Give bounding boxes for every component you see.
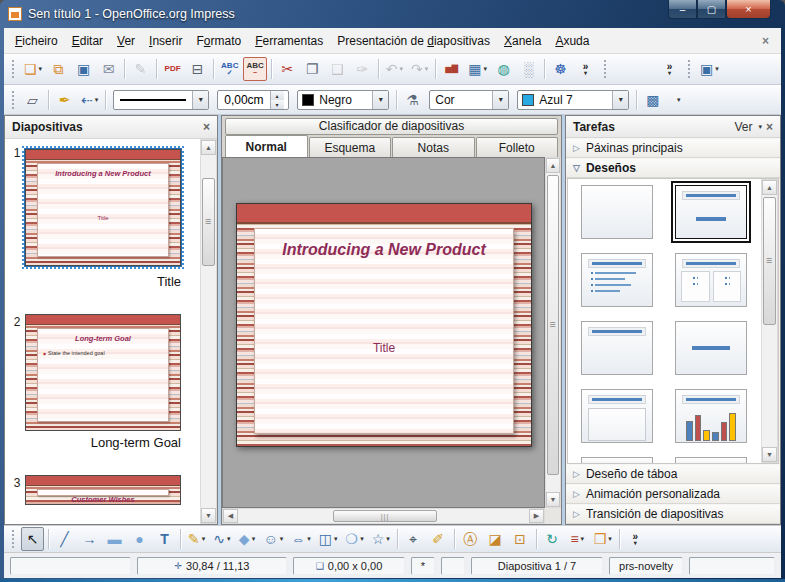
scroll-down-icon[interactable]: ▼ (546, 492, 560, 507)
layouts-scrollbar[interactable]: ▲ ☰ ▼ (761, 179, 778, 463)
section-deseno-de-taboa[interactable]: ▷ Deseño de táboa (566, 464, 780, 484)
scroll-down-icon[interactable]: ▼ (201, 508, 216, 523)
layout-title-content-box[interactable] (581, 389, 653, 443)
arrow-tool-button[interactable]: → (78, 527, 101, 551)
menu-formato[interactable]: Formato (189, 30, 248, 52)
menu-ficheiro[interactable]: Ficheiro (8, 30, 65, 52)
document-close-icon[interactable]: × (754, 34, 777, 48)
scroll-up-icon[interactable]: ▲ (546, 158, 560, 173)
email-button[interactable]: ✉ (97, 57, 120, 81)
open-button[interactable]: ⧉ (47, 57, 70, 81)
toolbar-grip[interactable] (10, 529, 16, 549)
menu-ferramentas[interactable]: Ferramentas (248, 30, 330, 52)
slide-thumbnail-2[interactable]: Long-term Goal◆State the intended goal (25, 314, 181, 431)
picture-from-file-button[interactable]: ◪ (484, 527, 507, 551)
stars-button[interactable]: ☆▾ (369, 527, 393, 551)
status-position[interactable]: ✛30,84 / 11,13 (137, 557, 287, 575)
rectangle-tool-button[interactable]: ▬ (103, 527, 126, 551)
line-style-select[interactable]: ▾ (113, 90, 209, 110)
menu-ver[interactable]: Ver (110, 30, 142, 52)
chevron-down-icon[interactable]: ▾ (492, 91, 508, 109)
toolbar-grip[interactable] (686, 59, 692, 79)
alignment-button[interactable]: ≡▾ (566, 527, 589, 551)
slide-sorter-button[interactable]: Clasificador de diapositivas (225, 118, 558, 135)
panel-splitter[interactable] (562, 115, 565, 525)
fill-color-select[interactable]: Azul 7 ▾ (517, 90, 629, 110)
slide-editing-area[interactable]: Introducing a New Product Title (236, 203, 532, 447)
menu-editar[interactable]: Editar (65, 30, 110, 52)
presentation-overflow-button[interactable]: »▾ (658, 57, 681, 81)
line-tool-button[interactable]: ╱ (53, 527, 76, 551)
layout-title-only[interactable] (581, 321, 653, 375)
status-info[interactable] (10, 557, 131, 575)
rotate-button[interactable]: ↻ (541, 527, 564, 551)
layout-cutoff-1[interactable] (581, 457, 653, 464)
layout-title-chart[interactable] (675, 389, 747, 443)
insert-table-button[interactable]: ▦▾ (465, 57, 490, 81)
chevron-down-icon[interactable]: ▾ (758, 123, 762, 131)
scrollbar-thumb[interactable]: ☰ (763, 197, 776, 325)
flowchart-button[interactable]: ◫▾ (316, 527, 341, 551)
edit-canvas[interactable]: Introducing a New Product Title (222, 157, 545, 508)
toolbar-grip[interactable] (10, 90, 16, 110)
status-template[interactable]: prs-novelty (609, 557, 683, 575)
presentation-view-button[interactable]: ▣▾ (697, 57, 722, 81)
glue-points-button[interactable]: ✐ (427, 527, 450, 551)
scrollbar-thumb[interactable]: ☰ (202, 178, 215, 266)
menu-inserir[interactable]: Inserir (142, 30, 189, 52)
insert-chart-button[interactable]: ▅▇ (440, 57, 463, 81)
fill-type-select[interactable]: Cor ▾ (429, 90, 509, 110)
section-paxinas-principais[interactable]: ▷ Páxinas principais (566, 138, 780, 158)
slide-placeholder-text[interactable]: Title (255, 341, 513, 355)
arrow-style-button[interactable]: ⇠ ▾ (78, 88, 101, 112)
layout-title-content[interactable] (675, 185, 747, 239)
scroll-up-icon[interactable]: ▲ (762, 180, 777, 195)
toolbar-grip[interactable] (10, 59, 16, 79)
curve-tool-button[interactable]: ✎▾ (185, 527, 208, 551)
standard-overflow-button[interactable]: »▾ (574, 57, 597, 81)
status-zoom[interactable] (689, 557, 775, 575)
hyperlink-button[interactable]: ◍ (492, 57, 515, 81)
scrollbar-thumb[interactable]: ☰ (547, 175, 559, 475)
new-button[interactable]: ❏▾ (21, 57, 45, 81)
layout-two-content[interactable] (675, 253, 747, 307)
cut-button[interactable]: ✂ (276, 57, 299, 81)
close-button[interactable]: × (726, 0, 771, 19)
tab-folleto[interactable]: Folleto (476, 137, 559, 157)
connector-tool-button[interactable]: ∿▾ (210, 527, 233, 551)
layout-centered-text[interactable] (675, 321, 747, 375)
view-menu-button[interactable]: Ver (734, 120, 752, 134)
slides-scrollbar[interactable]: ▲ ☰ ▼ (200, 139, 217, 524)
navigator-button[interactable]: ☸ (549, 57, 572, 81)
layout-blank[interactable] (581, 185, 653, 239)
tab-esquema[interactable]: Esquema (309, 137, 392, 157)
layout-cutoff-2[interactable] (675, 457, 747, 464)
block-arrows-button[interactable]: ⇔▾ (288, 527, 314, 551)
ellipse-tool-button[interactable]: ● (128, 527, 151, 551)
canvas-hscrollbar[interactable]: ◀ ||| ▶ (222, 508, 545, 524)
spelling-button[interactable]: ABC✓ (218, 57, 241, 81)
save-button[interactable]: ▣ (72, 57, 95, 81)
scroll-left-icon[interactable]: ◀ (223, 509, 238, 523)
panel-splitter[interactable] (218, 115, 221, 525)
export-pdf-button[interactable]: PDF (161, 57, 184, 81)
arrange-button[interactable]: ❒▾ (591, 527, 615, 551)
menu-xanela[interactable]: Xanela (497, 30, 548, 52)
area-dialog-button[interactable]: ⚗ (401, 88, 424, 112)
layout-title-outline[interactable] (581, 253, 653, 307)
tab-notas[interactable]: Notas (392, 137, 475, 157)
select-tool-button[interactable]: ↖ (21, 527, 44, 551)
menu-axuda[interactable]: Axuda (548, 30, 596, 52)
scroll-right-icon[interactable]: ▶ (529, 509, 544, 523)
text-tool-button[interactable]: T (153, 527, 176, 551)
edit-points-toggle-button[interactable]: ▱ (21, 88, 44, 112)
menu-presentacion-de-diapositivas[interactable]: Presentación de diapositivas (330, 30, 497, 52)
gallery-button[interactable]: ⊡ (509, 527, 532, 551)
section-animacion-personalizada[interactable]: ▷ Animación personalizada (566, 484, 780, 504)
minimize-button[interactable]: – (668, 0, 697, 19)
status-size[interactable]: ❑0,00 x 0,00 (293, 557, 405, 575)
fontwork-button[interactable]: Ⓐ (459, 527, 482, 551)
scroll-down-icon[interactable]: ▼ (762, 447, 777, 462)
section-desenos[interactable]: ▽ Deseños (566, 158, 780, 178)
print-button[interactable]: ⊟ (186, 57, 209, 81)
